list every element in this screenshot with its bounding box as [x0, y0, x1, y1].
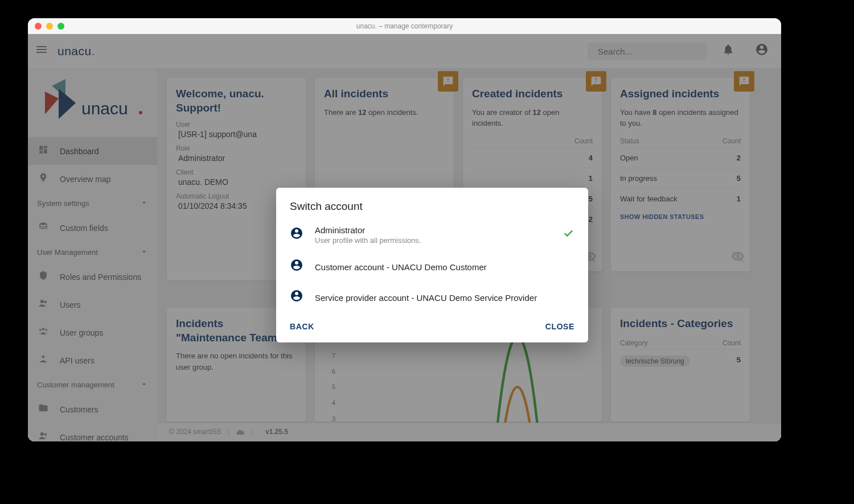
account-option-customer[interactable]: Customer account - UNACU Demo Customer	[276, 251, 588, 282]
check-icon	[562, 227, 574, 243]
window-minimize-button[interactable]	[46, 23, 53, 30]
account-circle-icon	[290, 258, 303, 275]
back-button[interactable]: BACK	[290, 322, 314, 331]
account-circle-icon	[290, 289, 303, 306]
modal-title: Switch account	[276, 200, 588, 218]
close-button[interactable]: CLOSE	[545, 322, 574, 331]
account-name: Customer account - UNACU Demo Customer	[315, 262, 574, 272]
account-name: Service provider account - UNACU Demo Se…	[315, 293, 574, 303]
account-option-administrator[interactable]: Administrator User profile with all perm…	[276, 218, 588, 251]
window-close-button[interactable]	[35, 23, 42, 30]
switch-account-modal: Switch account Administrator User profil…	[276, 188, 588, 342]
account-name: Administrator	[315, 225, 551, 235]
account-circle-icon	[290, 226, 303, 243]
window-title: unacu. – manage contemporary	[356, 22, 453, 30]
account-desc: User profile with all permissions.	[315, 236, 551, 245]
window-maximize-button[interactable]	[58, 23, 64, 30]
window-titlebar: unacu. – manage contemporary	[28, 18, 781, 34]
account-option-service-provider[interactable]: Service provider account - UNACU Demo Se…	[276, 282, 588, 313]
